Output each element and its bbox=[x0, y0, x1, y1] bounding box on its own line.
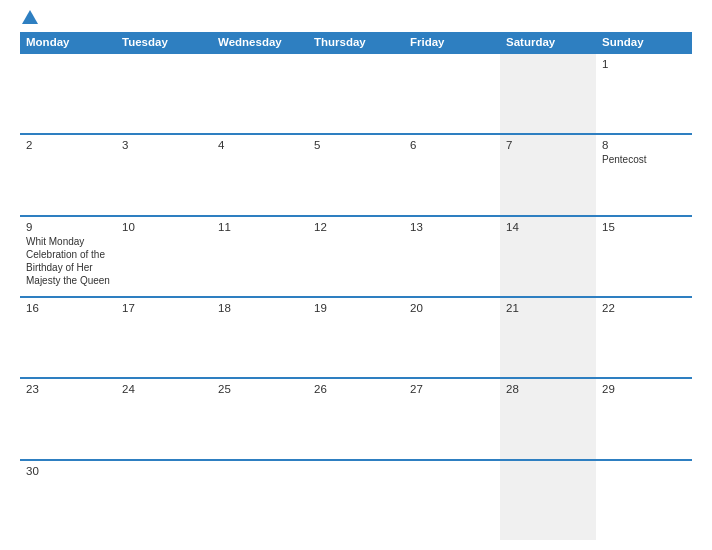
calendar-cell: 22 bbox=[596, 298, 692, 377]
calendar-cell: 21 bbox=[500, 298, 596, 377]
day-number: 30 bbox=[26, 465, 110, 477]
page: MondayTuesdayWednesdayThursdayFridaySatu… bbox=[0, 0, 712, 550]
calendar-cell: 1 bbox=[596, 54, 692, 133]
calendar-cell: 8Pentecost bbox=[596, 135, 692, 214]
calendar-week-6: 30 bbox=[20, 459, 692, 540]
header-day-saturday: Saturday bbox=[500, 32, 596, 52]
header-day-monday: Monday bbox=[20, 32, 116, 52]
header-day-wednesday: Wednesday bbox=[212, 32, 308, 52]
header-day-sunday: Sunday bbox=[596, 32, 692, 52]
calendar-cell: 2 bbox=[20, 135, 116, 214]
calendar-cell: 17 bbox=[116, 298, 212, 377]
day-number: 23 bbox=[26, 383, 110, 395]
calendar-cell: 20 bbox=[404, 298, 500, 377]
calendar-cell bbox=[116, 54, 212, 133]
calendar-cell bbox=[404, 461, 500, 540]
calendar-body: 12345678Pentecost9Whit Monday Celebratio… bbox=[20, 52, 692, 540]
calendar-cell: 14 bbox=[500, 217, 596, 296]
day-number: 11 bbox=[218, 221, 302, 233]
calendar-cell bbox=[212, 54, 308, 133]
calendar-cell: 29 bbox=[596, 379, 692, 458]
day-number: 22 bbox=[602, 302, 686, 314]
calendar-cell: 5 bbox=[308, 135, 404, 214]
day-number: 18 bbox=[218, 302, 302, 314]
day-number: 3 bbox=[122, 139, 206, 151]
calendar-cell: 15 bbox=[596, 217, 692, 296]
calendar-week-2: 2345678Pentecost bbox=[20, 133, 692, 214]
calendar-week-5: 23242526272829 bbox=[20, 377, 692, 458]
calendar-cell bbox=[596, 461, 692, 540]
day-number: 12 bbox=[314, 221, 398, 233]
day-number: 19 bbox=[314, 302, 398, 314]
day-number: 26 bbox=[314, 383, 398, 395]
calendar-cell bbox=[308, 461, 404, 540]
header-day-friday: Friday bbox=[404, 32, 500, 52]
event-label: Whit Monday Celebration of the Birthday … bbox=[26, 235, 110, 287]
calendar-cell: 23 bbox=[20, 379, 116, 458]
calendar-cell: 26 bbox=[308, 379, 404, 458]
calendar-cell: 12 bbox=[308, 217, 404, 296]
calendar-cell: 11 bbox=[212, 217, 308, 296]
day-number: 5 bbox=[314, 139, 398, 151]
day-number: 6 bbox=[410, 139, 494, 151]
calendar-week-3: 9Whit Monday Celebration of the Birthday… bbox=[20, 215, 692, 296]
day-number: 20 bbox=[410, 302, 494, 314]
logo-triangle-icon bbox=[22, 10, 38, 24]
calendar-cell bbox=[212, 461, 308, 540]
calendar-cell bbox=[500, 461, 596, 540]
calendar-cell: 18 bbox=[212, 298, 308, 377]
day-number: 28 bbox=[506, 383, 590, 395]
calendar-cell: 7 bbox=[500, 135, 596, 214]
day-number: 25 bbox=[218, 383, 302, 395]
calendar-cell: 19 bbox=[308, 298, 404, 377]
day-number: 7 bbox=[506, 139, 590, 151]
header bbox=[20, 10, 692, 24]
header-day-tuesday: Tuesday bbox=[116, 32, 212, 52]
logo bbox=[20, 10, 38, 24]
day-number: 16 bbox=[26, 302, 110, 314]
calendar-cell: 25 bbox=[212, 379, 308, 458]
calendar-week-1: 1 bbox=[20, 52, 692, 133]
calendar-cell: 24 bbox=[116, 379, 212, 458]
day-number: 15 bbox=[602, 221, 686, 233]
header-day-thursday: Thursday bbox=[308, 32, 404, 52]
calendar: MondayTuesdayWednesdayThursdayFridaySatu… bbox=[20, 32, 692, 540]
day-number: 10 bbox=[122, 221, 206, 233]
calendar-cell bbox=[308, 54, 404, 133]
calendar-cell: 13 bbox=[404, 217, 500, 296]
calendar-cell: 4 bbox=[212, 135, 308, 214]
day-number: 2 bbox=[26, 139, 110, 151]
day-number: 27 bbox=[410, 383, 494, 395]
calendar-cell bbox=[20, 54, 116, 133]
calendar-cell: 3 bbox=[116, 135, 212, 214]
event-label: Pentecost bbox=[602, 153, 686, 166]
calendar-cell: 16 bbox=[20, 298, 116, 377]
calendar-cell: 10 bbox=[116, 217, 212, 296]
day-number: 17 bbox=[122, 302, 206, 314]
day-number: 14 bbox=[506, 221, 590, 233]
day-number: 21 bbox=[506, 302, 590, 314]
day-number: 13 bbox=[410, 221, 494, 233]
day-number: 29 bbox=[602, 383, 686, 395]
calendar-cell bbox=[500, 54, 596, 133]
day-number: 4 bbox=[218, 139, 302, 151]
calendar-cell: 6 bbox=[404, 135, 500, 214]
calendar-cell: 9Whit Monday Celebration of the Birthday… bbox=[20, 217, 116, 296]
calendar-cell: 28 bbox=[500, 379, 596, 458]
calendar-week-4: 16171819202122 bbox=[20, 296, 692, 377]
calendar-cell bbox=[116, 461, 212, 540]
day-number: 9 bbox=[26, 221, 110, 233]
calendar-header: MondayTuesdayWednesdayThursdayFridaySatu… bbox=[20, 32, 692, 52]
calendar-cell bbox=[404, 54, 500, 133]
day-number: 1 bbox=[602, 58, 686, 70]
day-number: 24 bbox=[122, 383, 206, 395]
calendar-cell: 27 bbox=[404, 379, 500, 458]
calendar-cell: 30 bbox=[20, 461, 116, 540]
day-number: 8 bbox=[602, 139, 686, 151]
